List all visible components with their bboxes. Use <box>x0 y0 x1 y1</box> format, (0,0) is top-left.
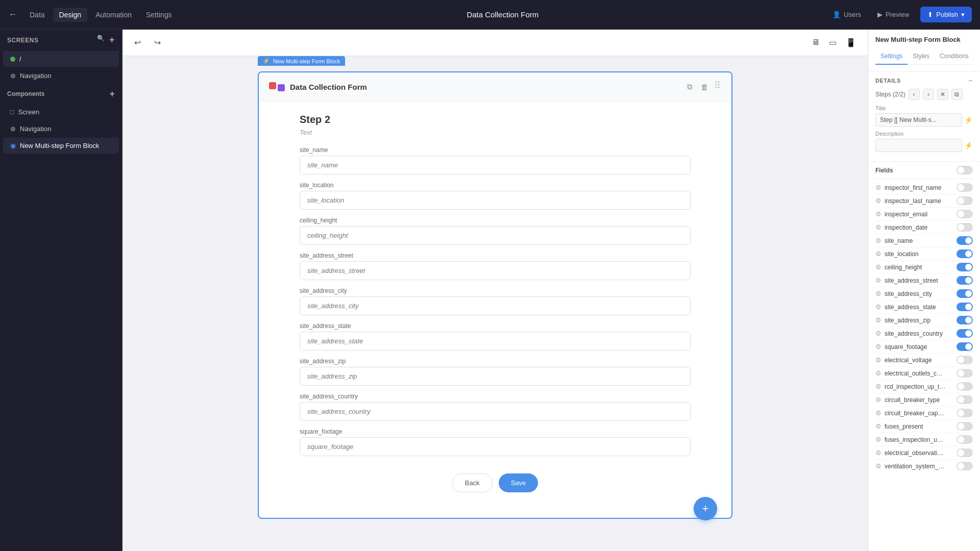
field-settings-icon[interactable]: ⚙ <box>875 263 881 271</box>
field-settings-icon[interactable]: ⚙ <box>875 449 881 457</box>
tab-settings[interactable]: Settings <box>875 48 908 65</box>
canvas-area: ⚡ New Multi-step Form Block Data Collect… <box>122 56 868 551</box>
field-row-left: ⚙site_location <box>875 250 957 258</box>
field-settings-icon[interactable]: ⚙ <box>875 343 881 350</box>
step-title: Step 2 <box>300 114 691 126</box>
form-copy-button[interactable]: ⧉ <box>684 80 695 94</box>
field-toggle[interactable] <box>957 303 973 311</box>
field-settings-icon[interactable]: ⚙ <box>875 409 881 417</box>
step-close-button[interactable]: ✕ <box>937 89 948 100</box>
field-input[interactable] <box>300 332 691 350</box>
form-delete-button[interactable]: 🗑 <box>698 80 711 94</box>
field-toggle[interactable] <box>957 356 973 364</box>
redo-button[interactable]: ↪ <box>151 35 164 50</box>
tab-styles[interactable]: Styles <box>908 48 935 65</box>
tab-conditions[interactable]: Conditions <box>935 48 974 65</box>
title-input[interactable] <box>875 113 962 127</box>
field-toggle[interactable] <box>957 448 973 457</box>
field-settings-icon[interactable]: ⚙ <box>875 210 881 218</box>
field-toggle[interactable] <box>957 210 973 218</box>
back-button[interactable]: ← <box>8 9 17 20</box>
collapse-button[interactable]: − <box>968 77 973 85</box>
field-settings-icon[interactable]: ⚙ <box>875 290 881 297</box>
fab-add-button[interactable]: + <box>694 497 717 520</box>
field-settings-icon[interactable]: ⚙ <box>875 250 881 258</box>
mobile-view-button[interactable]: 📱 <box>842 35 860 50</box>
nav-automation[interactable]: Automation <box>89 8 138 22</box>
field-input[interactable] <box>300 156 691 174</box>
publish-button[interactable]: ⬆ Publish ▾ <box>920 7 972 22</box>
field-settings-icon[interactable]: ⚙ <box>875 223 881 231</box>
field-input[interactable] <box>300 191 691 210</box>
preview-button[interactable]: ▶ Preview <box>872 8 914 21</box>
sidebar-item-screen[interactable]: □ Screen <box>3 104 119 120</box>
fields-toggle-all[interactable] <box>957 166 973 174</box>
field-settings-icon[interactable]: ⚙ <box>875 197 881 205</box>
field-toggle[interactable] <box>957 409 973 417</box>
field-settings-icon[interactable]: ⚙ <box>875 330 881 337</box>
field-toggle[interactable] <box>957 395 973 404</box>
field-label: site_address_zip <box>300 358 691 365</box>
field-toggle[interactable] <box>957 422 973 431</box>
desktop-view-button[interactable]: 🖥 <box>808 35 823 50</box>
field-settings-icon[interactable]: ⚙ <box>875 462 881 470</box>
field-input[interactable] <box>300 261 691 280</box>
field-settings-icon[interactable]: ⚙ <box>875 237 881 244</box>
nav-settings[interactable]: Settings <box>140 8 178 22</box>
field-row: ⚙ventilation_system_present <box>875 460 973 472</box>
field-toggle[interactable] <box>957 329 973 338</box>
field-settings-icon[interactable]: ⚙ <box>875 396 881 404</box>
sidebar-item-form-block[interactable]: ◉ New Multi-step Form Block <box>3 138 119 154</box>
field-input[interactable] <box>300 296 691 315</box>
field-input[interactable] <box>300 402 691 421</box>
users-button[interactable]: 👤 Users <box>827 8 866 21</box>
field-toggle[interactable] <box>957 249 973 258</box>
field-toggle[interactable] <box>957 183 973 192</box>
field-settings-icon[interactable]: ⚙ <box>875 356 881 364</box>
field-toggle[interactable] <box>957 223 973 232</box>
field-toggle[interactable] <box>957 342 973 351</box>
field-toggle[interactable] <box>957 462 973 470</box>
field-toggle[interactable] <box>957 276 973 285</box>
field-settings-icon[interactable]: ⚙ <box>875 277 881 284</box>
undo-button[interactable]: ↩ <box>131 35 144 50</box>
add-screen-button[interactable]: + <box>109 35 115 45</box>
tablet-view-button[interactable]: ▭ <box>825 35 840 50</box>
field-settings-icon[interactable]: ⚙ <box>875 369 881 377</box>
field-toggle[interactable] <box>957 435 973 444</box>
field-settings-icon[interactable]: ⚙ <box>875 422 881 430</box>
sidebar-item-home[interactable]: / <box>3 51 119 67</box>
field-settings-icon[interactable]: ⚙ <box>875 184 881 191</box>
description-lightning-button[interactable]: ⚡ <box>964 141 973 149</box>
field-group: square_footage <box>300 428 691 456</box>
field-input[interactable] <box>300 226 691 245</box>
add-component-button[interactable]: + <box>109 89 115 98</box>
field-toggle[interactable] <box>957 382 973 391</box>
field-row: ⚙site_address_state <box>875 300 973 314</box>
save-button[interactable]: Save <box>499 473 538 492</box>
title-lightning-button[interactable]: ⚡ <box>964 116 973 124</box>
step-next-button[interactable]: › <box>923 89 934 100</box>
field-toggle[interactable] <box>957 196 973 205</box>
field-toggle[interactable] <box>957 236 973 245</box>
field-input[interactable] <box>300 367 691 386</box>
nav-design[interactable]: Design <box>53 8 88 22</box>
step-copy-button[interactable]: ⧉ <box>951 89 963 100</box>
field-toggle[interactable] <box>957 263 973 271</box>
step-prev-button[interactable]: ‹ <box>909 89 920 100</box>
nav-data[interactable]: Data <box>23 8 51 22</box>
sidebar-item-navigation[interactable]: ⊕ Navigation <box>3 68 119 84</box>
search-icon[interactable]: 🔍 <box>97 35 105 45</box>
field-settings-icon[interactable]: ⚙ <box>875 383 881 390</box>
field-toggle[interactable] <box>957 369 973 378</box>
field-settings-icon[interactable]: ⚙ <box>875 316 881 324</box>
sidebar-item-navigation-comp[interactable]: ⊕ Navigation <box>3 121 119 137</box>
fields-header: Fields <box>875 162 973 179</box>
field-toggle[interactable] <box>957 316 973 324</box>
field-settings-icon[interactable]: ⚙ <box>875 436 881 443</box>
field-input[interactable] <box>300 437 691 456</box>
description-input[interactable] <box>875 139 962 152</box>
field-settings-icon[interactable]: ⚙ <box>875 303 881 311</box>
back-button-form[interactable]: Back <box>452 473 493 492</box>
field-toggle[interactable] <box>957 289 973 298</box>
